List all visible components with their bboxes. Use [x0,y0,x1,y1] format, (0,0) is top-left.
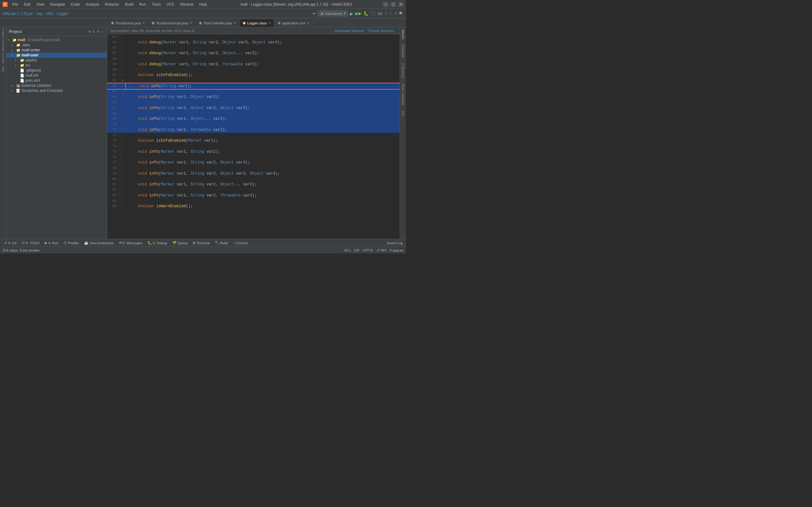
breadcrumb-logger[interactable]: Logger [56,11,68,16]
table-row: 61 ↓ boolean isInfoEnabled(); [107,72,400,78]
tree-item-idea[interactable]: ▸ 📁 .idea [6,43,107,48]
menu-code[interactable]: Code [68,2,83,7]
menu-build[interactable]: Build [122,2,136,7]
search-icon[interactable]: 🔍 [399,11,403,15]
line-code: boolean isInfoEnabled(Marker var1); [125,138,400,144]
undo-icon[interactable]: ↺ [394,11,397,15]
table-row: 59 ↓ void debug(Marker var1, String var2… [107,61,400,67]
close-icon[interactable]: ✕ [234,21,236,25]
breadcrumb-slf4j[interactable]: slf4j [46,11,53,16]
tree-item-src[interactable]: ▸ 📁 src [6,63,107,68]
profiler-panel[interactable]: ⏱ Profiler [62,241,80,245]
tab-application-yml[interactable]: application.yml ✕ [274,19,313,27]
menu-vcs[interactable]: VCS [164,2,177,7]
java-enterprise-panel[interactable]: ☕ Java Enterprise [83,240,115,245]
messages-panel[interactable]: ✉ 0: Messages [118,240,144,245]
debug-icon[interactable]: 🐛 [363,11,368,16]
chevron-down-icon: ▾ [344,11,346,15]
gutter [120,187,125,193]
tree-item-mall-user[interactable]: ▾ 📁 mall-user [6,53,107,58]
close-icon[interactable]: ✕ [307,21,309,25]
tab-testcontroller[interactable]: TestController.java ✕ [196,19,240,27]
tree-item-mall-iml[interactable]: ▸ 📄 mall.iml [6,73,107,78]
line-code: void info(String var1, Object... var2); [125,116,400,122]
run-label: 4: Run [48,241,58,245]
menu-window[interactable]: Window [177,2,196,7]
expand-icon[interactable]: ⇅ [92,30,95,34]
sidebar-tab-zstructure[interactable]: Z-Structure [401,60,405,81]
left-side-icons: 1: Project Z-Structure 2: Favorites Web [0,27,6,239]
tab-testservice[interactable]: TestService.java ✕ [108,19,148,27]
line-number: 78 [107,165,120,171]
table-row: 76 [107,155,400,160]
git-panel[interactable]: ⎇ 9: Git [2,240,18,245]
settings-icon[interactable]: ⚙ [96,30,100,34]
build-panel[interactable]: 🔨 Build [213,240,229,245]
tree-item-oauth2[interactable]: ▸ 📁 oauth2 [6,58,107,63]
back-icon[interactable]: ⬅ [312,11,316,16]
commit-panel[interactable]: ↑ Commit [232,241,249,245]
favorites-icon[interactable]: 2: Favorites [1,54,6,59]
menu-view[interactable]: View [34,2,47,7]
server-selector[interactable]: 🖥 UserServer ▾ [318,10,348,16]
tree-item-mall[interactable]: ▾ 📁 mall D:\IdeaProject\mall [6,38,107,43]
run-button[interactable]: ▶ [350,11,353,16]
menu-tools[interactable]: Tools [149,2,163,7]
run-with-coverage-icon[interactable]: ▶▶ [355,11,362,16]
todo-panel[interactable]: ☑ 6: TODO [20,240,41,245]
line-number: 71 [107,127,120,133]
breadcrumb-org[interactable]: org [37,11,42,16]
menu-edit[interactable]: Edit [21,2,33,7]
menu-navigate[interactable]: Navigate [48,2,67,7]
project-panel-icon[interactable]: 1: Project [1,29,6,34]
minimize-button[interactable]: ─ [383,2,388,7]
tree-item-scratches[interactable]: ▸ 📝 Scratches and Consoles [6,88,107,93]
close-icon[interactable]: ✕ [190,21,192,25]
bottom-toolbar: ⎇ 9: Git ☑ 6: TODO ▶ 4: Run ⏱ Profiler ☕… [0,239,406,246]
editor-content[interactable]: 54 55 ↓ void debug(Marker var1, String v… [107,34,400,239]
run-panel[interactable]: ▶ 4: Run [44,240,60,245]
menu-refactor[interactable]: Refactor [102,2,122,7]
download-sources-link[interactable]: Download Sources [335,29,364,33]
breadcrumb-jar[interactable]: slf4j-api-1.7.30.jar [3,11,33,16]
maximize-button[interactable]: □ [391,2,396,7]
line-number: 54 [107,34,120,40]
web-icon[interactable]: Web [1,66,6,72]
choose-sources-link[interactable]: Choose Sources... [368,29,397,33]
menu-help[interactable]: Help [197,2,210,7]
sidebar-tab-bean-validation[interactable]: Bean Validation [401,81,405,108]
structure-icon[interactable]: Z-Structure [1,41,6,46]
close-icon[interactable]: ✕ [142,21,145,25]
menu-analyze[interactable]: Analyze [83,2,102,7]
line-number: 72 [107,133,120,138]
tab-testserviceimpl[interactable]: TestServiceImpl.java ✕ [148,19,196,27]
sidebar-tab-ant[interactable]: Ant [401,108,405,118]
gutter-icon: ↓ [120,149,125,155]
minimize-panel-icon[interactable]: — [101,30,104,34]
tab-logger-class[interactable]: Logger.class ✕ [240,19,274,27]
spring-panel[interactable]: 🌱 Spring [171,240,189,245]
menu-run[interactable]: Run [137,2,149,7]
close-icon[interactable]: ✕ [268,21,271,25]
line-number: 55 [107,40,120,45]
breadcrumb: slf4j-api-1.7.30.jar › org › slf4j › Log… [3,11,68,16]
menu-file[interactable]: File [9,2,20,7]
gutter [120,199,125,204]
sidebar-tab-database[interactable]: Database [401,42,405,60]
close-button[interactable]: ✕ [398,2,403,7]
tree-item-external-libs[interactable]: ▸ 📚 External Libraries [6,83,107,88]
tree-item-mall-order[interactable]: ▸ 📁 mall-order [6,48,107,53]
tree-label: mall-user [21,53,38,57]
terminal-panel[interactable]: ⊞ Terminal [191,240,211,245]
git-label: 9: Git [8,241,16,245]
event-log-panel[interactable]: Event Log [386,241,404,245]
tree-item-pom-xml[interactable]: ▸ 📄 pom.xml [6,78,107,83]
tree-item-gitignore[interactable]: ▸ 📄 .gitignore [6,68,107,73]
locate-icon[interactable]: ⊕ [88,30,91,34]
stop-icon[interactable]: ⬛ [370,11,375,16]
sidebar-tab-maven[interactable]: Maven [401,27,405,42]
debug-panel[interactable]: 🐛 5: Debug [146,240,168,245]
spring-icon: 🌱 [172,241,177,245]
line-code [125,89,400,95]
profiler-icon: ⏱ [63,241,67,245]
